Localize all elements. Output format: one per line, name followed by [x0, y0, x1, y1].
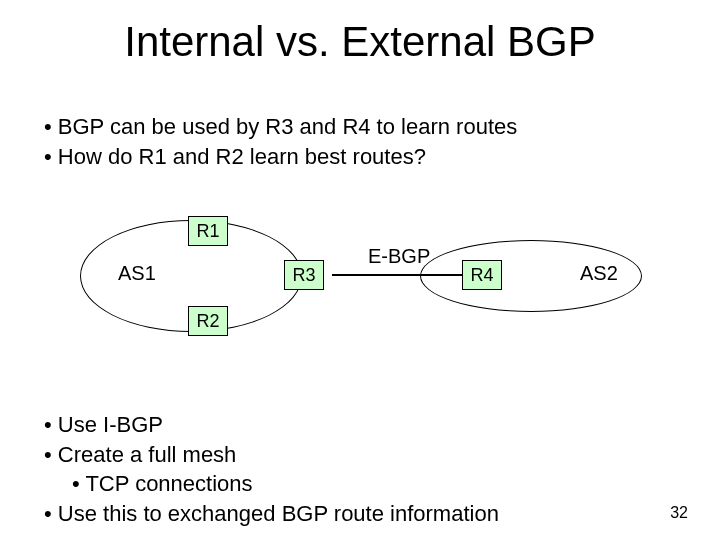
bullet-text: BGP can be used by R3 and R4 to learn ro… [58, 114, 517, 139]
bullet-text: Create a full mesh [58, 442, 237, 467]
bottom-bullets: • Use I-BGP • Create a full mesh • TCP c… [44, 410, 499, 529]
bullet-line: • BGP can be used by R3 and R4 to learn … [44, 112, 517, 142]
page-number: 32 [670, 504, 688, 522]
bullet-line: • Use I-BGP [44, 410, 499, 440]
ebgp-label: E-BGP [368, 245, 430, 268]
bullet-text: TCP connections [85, 471, 252, 496]
router-r2-box: R2 [188, 306, 228, 336]
bullet-line: • Create a full mesh [44, 440, 499, 470]
as2-label: AS2 [580, 262, 618, 285]
bullet-text: Use this to exchanged BGP route informat… [58, 501, 499, 526]
slide-title: Internal vs. External BGP [0, 18, 720, 66]
ebgp-link-line [332, 274, 462, 276]
bullet-text: How do R1 and R2 learn best routes? [58, 144, 426, 169]
router-r1-box: R1 [188, 216, 228, 246]
top-bullets: • BGP can be used by R3 and R4 to learn … [44, 112, 517, 171]
bullet-text: Use I-BGP [58, 412, 163, 437]
router-r4-box: R4 [462, 260, 502, 290]
network-diagram: R1 R2 R3 R4 AS1 AS2 E-BGP [80, 210, 640, 360]
bullet-line: • Use this to exchanged BGP route inform… [44, 499, 499, 529]
as1-label: AS1 [118, 262, 156, 285]
bullet-line: • How do R1 and R2 learn best routes? [44, 142, 517, 172]
router-r3-box: R3 [284, 260, 324, 290]
sub-bullet-line: • TCP connections [44, 469, 499, 499]
slide: Internal vs. External BGP • BGP can be u… [0, 0, 720, 540]
